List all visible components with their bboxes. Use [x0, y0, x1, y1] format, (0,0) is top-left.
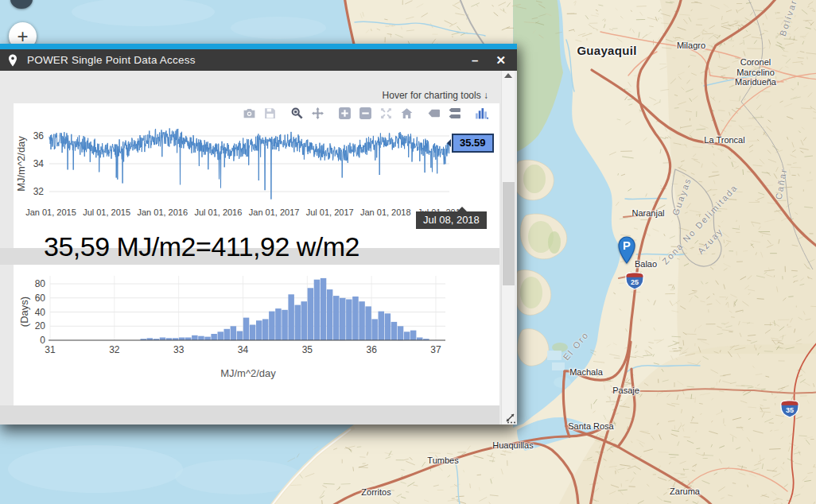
svg-text:Jan 01, 2018: Jan 01, 2018 [360, 207, 411, 217]
scrollbar-up-arrow[interactable] [504, 73, 512, 78]
svg-text:33: 33 [173, 344, 185, 355]
svg-text:37: 37 [430, 344, 441, 355]
svg-text:MJ/m^2/day: MJ/m^2/day [220, 367, 276, 379]
power-location-marker[interactable]: P [615, 235, 639, 264]
svg-text:(Days): (Days) [18, 297, 30, 327]
zoom-icon[interactable] [290, 107, 304, 120]
svg-text:36: 36 [33, 130, 45, 142]
svg-text:MJ/m^2/day: MJ/m^2/day [15, 136, 27, 192]
dialog-title: POWER Single Point Data Access [27, 54, 472, 66]
svg-text:40: 40 [35, 307, 46, 318]
svg-text:Jan 01, 2015: Jan 01, 2015 [25, 207, 76, 217]
hover-compare-icon[interactable] [448, 107, 461, 120]
scrollbar-thumb[interactable] [503, 182, 515, 285]
pan-icon[interactable] [311, 107, 324, 120]
power-dialog-window: POWER Single Point Data Access – ✕ Hover… [0, 44, 517, 425]
hover-tooltip-date: Jul 08, 2018 [416, 211, 487, 229]
plotly-modebar [235, 107, 488, 120]
pin-icon: P [615, 235, 639, 264]
dialog-content: Hover for charting tools ↓ 323436MJ/m^2/… [0, 71, 517, 425]
svg-text:Jul 01, 2017: Jul 01, 2017 [306, 207, 354, 217]
svg-text:34: 34 [238, 344, 249, 355]
timeseries-panel: 323436MJ/m^2/dayJan 01, 2015Jul 01, 2015… [14, 103, 499, 248]
svg-text:32: 32 [33, 186, 45, 197]
zoom-out-icon[interactable] [359, 107, 372, 120]
save-icon[interactable] [263, 107, 277, 120]
location-pin-icon [8, 54, 17, 67]
dialog-resize-grip[interactable] [504, 412, 516, 424]
svg-text:34: 34 [33, 158, 45, 169]
svg-text:31: 31 [45, 344, 56, 355]
hover-closest-icon[interactable] [427, 107, 441, 120]
svg-text:32: 32 [109, 344, 120, 355]
hover-date: Jul 08, 2018 [423, 214, 480, 226]
histogram-chart[interactable]: 02040608031323334353637MJ/m^2/day(Days) [14, 265, 499, 405]
dialog-scrollbar[interactable] [501, 71, 515, 425]
svg-text:36: 36 [366, 344, 377, 355]
svg-text:35: 35 [302, 344, 313, 355]
app-screen: GuayaquilMilagroCoronel Marcelino Maridu… [0, 0, 816, 504]
marker-label: P [623, 238, 631, 252]
svg-text:80: 80 [35, 278, 46, 289]
autoscale-icon[interactable] [379, 107, 393, 120]
close-button[interactable]: ✕ [495, 53, 506, 68]
hover-tooltip-value: 35.59 [452, 134, 494, 153]
svg-text:20: 20 [35, 320, 46, 331]
svg-text:Jan 01, 2017: Jan 01, 2017 [249, 207, 300, 217]
zoom-in-icon[interactable] [338, 107, 352, 120]
histogram-panel: 02040608031323334353637MJ/m^2/day(Days) [14, 265, 499, 405]
home-icon[interactable] [400, 107, 414, 120]
charting-tools-hint: Hover for charting tools ↓ [383, 90, 488, 101]
svg-text:60: 60 [35, 293, 46, 304]
svg-text:Jul 01, 2015: Jul 01, 2015 [83, 207, 130, 217]
dialog-titlebar[interactable]: POWER Single Point Data Access – ✕ [0, 49, 517, 71]
plotly-logo-icon[interactable] [475, 107, 488, 120]
dialog-accent-bar [0, 44, 517, 49]
panel-bottom-gap [0, 405, 499, 425]
svg-text:Jan 01, 2016: Jan 01, 2016 [137, 207, 188, 217]
minimize-button[interactable]: – [472, 53, 478, 67]
svg-text:Jul 01, 2016: Jul 01, 2016 [194, 207, 242, 217]
camera-icon[interactable] [243, 107, 256, 120]
hover-value: 35.59 [460, 137, 486, 149]
irradiance-annotation: 35,59 MJ/m2=411,92 w/m2 [44, 231, 359, 262]
